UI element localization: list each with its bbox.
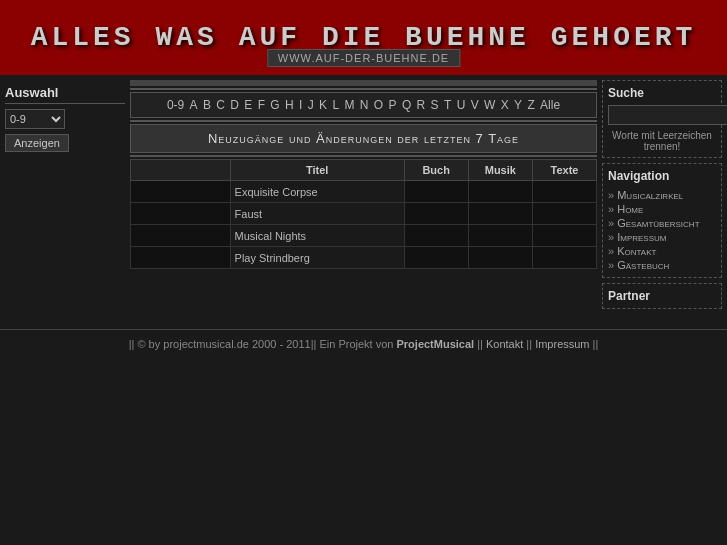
row-3-musik: [468, 225, 533, 247]
alpha-c[interactable]: C: [216, 98, 225, 112]
alpha-0-9[interactable]: 0-9: [167, 98, 184, 112]
nav-link-impressum[interactable]: Impressum: [617, 231, 666, 243]
anzeigen-button[interactable]: Anzeigen: [5, 134, 69, 152]
alpha-h[interactable]: H: [285, 98, 294, 112]
alpha-links: 0-9 A B C D E F G H I J K L M N O P Q: [166, 98, 561, 112]
row-2-title[interactable]: Faust: [230, 203, 404, 225]
footer-link-impressum[interactable]: Impressum: [535, 338, 589, 350]
alpha-s[interactable]: S: [431, 98, 439, 112]
footer-text: || © by projectmusical.de 2000 - 2011|| …: [129, 338, 394, 350]
row-4-musik: [468, 247, 533, 269]
musicals-table: Titel Buch Musik Texte Exquisite Corpse …: [130, 159, 597, 269]
nav-list: Musicalzirkel Home Gesamtübersicht Impre…: [608, 188, 716, 272]
row-4-texte: [533, 247, 597, 269]
row-3-title[interactable]: Musical Nights: [230, 225, 404, 247]
table-row: Musical Nights: [131, 225, 597, 247]
search-input[interactable]: [608, 105, 727, 125]
nav-item-kontakt[interactable]: Kontakt: [608, 244, 716, 258]
page-footer: || © by projectmusical.de 2000 - 2011|| …: [0, 329, 727, 358]
footer-sep2: ||: [526, 338, 535, 350]
alpha-q[interactable]: Q: [402, 98, 411, 112]
alpha-z[interactable]: Z: [527, 98, 534, 112]
row-3-thumb: [131, 225, 231, 247]
nav-item-musicalzirkel[interactable]: Musicalzirkel: [608, 188, 716, 202]
row-2-buch: [404, 203, 468, 225]
alpha-m[interactable]: M: [344, 98, 354, 112]
search-row: Los!: [608, 105, 716, 125]
main-layout: Auswahl 0-9 Anzeigen 0-9 A B C D E F G H: [0, 75, 727, 319]
alpha-p[interactable]: P: [389, 98, 397, 112]
alpha-select[interactable]: 0-9: [5, 109, 65, 129]
nav-link-gesamtuebersicht[interactable]: Gesamtübersicht: [617, 217, 699, 229]
nav-item-gaestebuch[interactable]: Gästebuch: [608, 258, 716, 272]
alpha-o[interactable]: O: [374, 98, 383, 112]
right-sidebar: Suche Los! Worte mit Leerzeichen trennen…: [602, 80, 722, 314]
alpha-alle[interactable]: Alle: [540, 98, 560, 112]
row-4-title[interactable]: Play Strindberg: [230, 247, 404, 269]
nav-item-home[interactable]: Home: [608, 202, 716, 216]
col-titel: Titel: [230, 160, 404, 181]
row-3-buch: [404, 225, 468, 247]
row-1-buch: [404, 181, 468, 203]
partner-title: Partner: [608, 289, 716, 303]
site-url: WWW.AUF-DER-BUEHNE.DE: [267, 49, 460, 67]
alpha-t[interactable]: T: [444, 98, 451, 112]
alpha-e[interactable]: E: [244, 98, 252, 112]
left-sidebar: Auswahl 0-9 Anzeigen: [5, 80, 125, 314]
partner-section: Partner: [602, 283, 722, 309]
alpha-v[interactable]: V: [471, 98, 479, 112]
alpha-g[interactable]: G: [270, 98, 279, 112]
alpha-r[interactable]: R: [417, 98, 426, 112]
top-bar: [130, 80, 597, 86]
nav-link-musicalzirkel[interactable]: Musicalzirkel: [617, 189, 683, 201]
row-1-thumb: [131, 181, 231, 203]
row-3-texte: [533, 225, 597, 247]
footer-link-kontakt[interactable]: Kontakt: [486, 338, 523, 350]
table-header-row: Titel Buch Musik Texte: [131, 160, 597, 181]
col-empty: [131, 160, 231, 181]
col-texte: Texte: [533, 160, 597, 181]
alpha-i[interactable]: I: [299, 98, 302, 112]
alpha-n[interactable]: N: [360, 98, 369, 112]
navigation-section: Navigation Musicalzirkel Home Gesamtüber…: [602, 163, 722, 278]
alpha-k[interactable]: K: [319, 98, 327, 112]
alpha-l[interactable]: L: [332, 98, 339, 112]
nav-link-home[interactable]: Home: [617, 203, 643, 215]
alpha-u[interactable]: U: [457, 98, 466, 112]
alpha-f[interactable]: F: [258, 98, 265, 112]
footer-link-projectmusical[interactable]: ProjectMusical: [396, 338, 474, 350]
row-2-texte: [533, 203, 597, 225]
search-title: Suche: [608, 86, 716, 100]
col-buch: Buch: [404, 160, 468, 181]
nav-link-kontakt[interactable]: Kontakt: [617, 245, 656, 257]
nav-item-gesamtuebersicht[interactable]: Gesamtübersicht: [608, 216, 716, 230]
alpha-j[interactable]: J: [308, 98, 314, 112]
footer-sep1: ||: [477, 338, 486, 350]
footer-suffix: ||: [593, 338, 599, 350]
search-hint: Worte mit Leerzeichen trennen!: [608, 130, 716, 152]
nav-link-gaestebuch[interactable]: Gästebuch: [617, 259, 669, 271]
alpha-b[interactable]: B: [203, 98, 211, 112]
row-4-thumb: [131, 247, 231, 269]
row-1-title[interactable]: Exquisite Corpse: [230, 181, 404, 203]
row-1-texte: [533, 181, 597, 203]
table-row: Exquisite Corpse: [131, 181, 597, 203]
alpha-bar: 0-9 A B C D E F G H I J K L M N O P Q: [130, 92, 597, 118]
page-header: ALLES WAS AUF DIE BUEHNE GEHOERT WWW.AUF…: [0, 0, 727, 75]
search-section: Suche Los! Worte mit Leerzeichen trennen…: [602, 80, 722, 158]
row-1-musik: [468, 181, 533, 203]
row-2-musik: [468, 203, 533, 225]
row-4-buch: [404, 247, 468, 269]
select-box: 0-9: [5, 109, 125, 129]
table-row: Play Strindberg: [131, 247, 597, 269]
alpha-w[interactable]: W: [484, 98, 495, 112]
divider-mid: [130, 120, 597, 122]
nav-item-impressum[interactable]: Impressum: [608, 230, 716, 244]
alpha-y[interactable]: Y: [514, 98, 522, 112]
alpha-x[interactable]: X: [501, 98, 509, 112]
divider-below-header: [130, 155, 597, 157]
row-2-thumb: [131, 203, 231, 225]
alpha-d[interactable]: D: [230, 98, 239, 112]
alpha-a[interactable]: A: [190, 98, 198, 112]
divider-top: [130, 88, 597, 90]
